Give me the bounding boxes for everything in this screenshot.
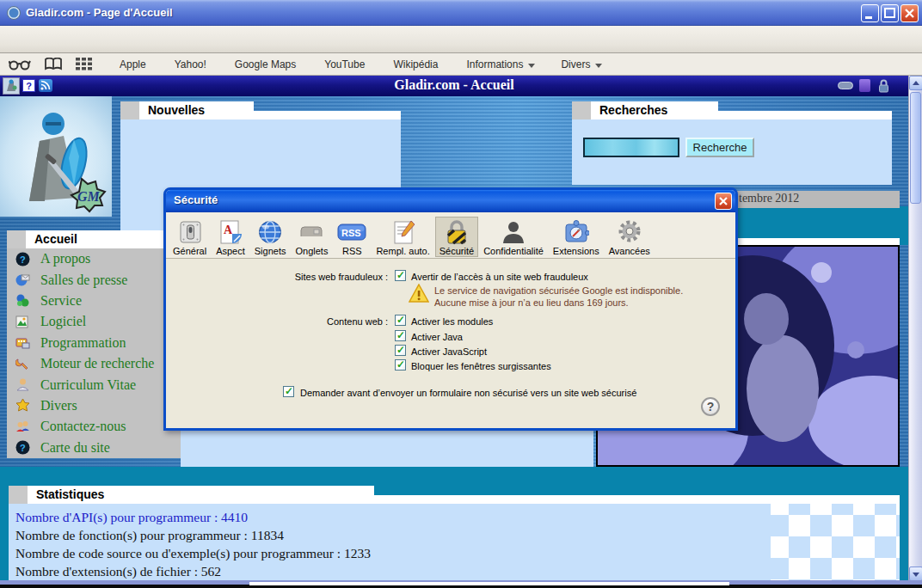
block-popups-label: Bloquer les fenêtres surgissantes bbox=[411, 361, 551, 371]
sidebar-item-divers[interactable]: Divers bbox=[7, 395, 181, 416]
sidebar-item-curriculum-vitae[interactable]: Curriculum Vitae bbox=[7, 374, 181, 395]
recherche-button[interactable]: Recherche bbox=[685, 138, 754, 157]
dialog-titlebar[interactable]: Sécurité bbox=[166, 190, 735, 212]
bookmark-wikipedia[interactable]: Wikipédia bbox=[393, 58, 438, 70]
sidebar-item-moteur-de-recherche[interactable]: Moteur de recherche bbox=[7, 353, 181, 374]
sidebar-header-accueil[interactable]: Accueil bbox=[26, 230, 181, 248]
section-square-icon bbox=[572, 101, 591, 119]
security-dialog: Sécurité Général A Aspect Signets Onglet… bbox=[163, 187, 738, 431]
tab-rss[interactable]: RSS RSS bbox=[333, 217, 371, 257]
bottom-highlight bbox=[249, 582, 729, 585]
globe-icon bbox=[257, 219, 283, 245]
enable-java-label: Activer Java bbox=[411, 332, 463, 342]
stat-extensions: Nombre d'extension(s) de fichier : 562 bbox=[15, 564, 221, 579]
question-circle-icon: ? bbox=[15, 252, 30, 266]
tab-signets[interactable]: Signets bbox=[250, 217, 291, 257]
puzzle-icon bbox=[563, 219, 589, 245]
checkbox-enable-javascript[interactable] bbox=[395, 345, 406, 356]
sidebar-item-a-propos[interactable]: ? A propos bbox=[7, 248, 181, 269]
sidebar-item-carte-du-site[interactable]: ? Carte du site bbox=[7, 438, 181, 458]
gear-icon bbox=[617, 219, 642, 245]
software-image-icon bbox=[15, 315, 30, 329]
section-recherches-title: Recherches bbox=[591, 101, 718, 119]
capsule-icon[interactable] bbox=[838, 82, 853, 89]
sidebar-item-programmation[interactable]: Programmation bbox=[7, 333, 181, 353]
badge-icon bbox=[15, 398, 30, 413]
section-square-icon bbox=[120, 101, 139, 119]
statistics-panel: Nombre d'API(s) pour programmeur : 4410 … bbox=[9, 504, 900, 580]
bookmark-yahoo[interactable]: Yahoo! bbox=[175, 58, 206, 70]
scroll-down-button[interactable] bbox=[909, 567, 922, 581]
tab-extensions[interactable]: Extensions bbox=[549, 217, 604, 257]
autofill-icon bbox=[390, 219, 416, 245]
svg-text:?: ? bbox=[20, 443, 26, 453]
warning-line-1: Le service de navigation sécurisée Googl… bbox=[434, 285, 683, 296]
checkbox-block-popups[interactable] bbox=[395, 359, 406, 371]
bookmarks-book-icon[interactable] bbox=[45, 58, 62, 70]
grid-icon[interactable] bbox=[76, 58, 94, 70]
tab-confidentialite[interactable]: Confidentialité bbox=[479, 217, 548, 257]
enable-plugins-label: Activer les modules bbox=[411, 316, 493, 327]
safari-compass-icon bbox=[7, 6, 21, 20]
svg-text:?: ? bbox=[20, 254, 26, 265]
warning-line-2: Aucune mise à jour n’a eu lieu dans 169 … bbox=[434, 297, 629, 308]
tab-securite-selected[interactable]: Sécurité bbox=[435, 217, 478, 257]
bookmark-informations-menu[interactable]: Informations bbox=[466, 58, 535, 70]
fraud-sites-label: Sites web frauduleux : bbox=[166, 272, 388, 282]
section-square-icon bbox=[9, 486, 28, 504]
stat-api-link[interactable]: Nombre d'API(s) pour programmeur : 4410 bbox=[15, 510, 248, 525]
bookmark-youtube[interactable]: YouTube bbox=[324, 58, 365, 70]
bookmark-google-maps[interactable]: Google Maps bbox=[235, 58, 296, 70]
dialog-help-button[interactable]: ? bbox=[701, 397, 720, 416]
bookmarks-bar: Apple Yahoo! Google Maps YouTube Wikipéd… bbox=[0, 53, 922, 76]
checkbox-form-warning[interactable] bbox=[283, 386, 294, 397]
preferences-toolbar: Général A Aspect Signets Onglets RSS RSS… bbox=[166, 212, 735, 259]
scroll-up-arrow-icon bbox=[913, 81, 919, 85]
sidebar-item-salles-de-presse[interactable]: Salles de presse bbox=[7, 269, 181, 290]
maximize-button[interactable] bbox=[881, 4, 899, 22]
tab-aspect[interactable]: A Aspect bbox=[212, 217, 249, 257]
fraud-option-label: Avertir de l’accès à un site web fraudul… bbox=[411, 272, 588, 282]
dropdown-arrow-icon bbox=[528, 64, 535, 68]
bookmark-divers-menu[interactable]: Divers bbox=[561, 58, 602, 70]
minimize-button[interactable] bbox=[861, 4, 879, 22]
service-balls-icon bbox=[15, 293, 30, 308]
scroll-down-arrow-icon bbox=[913, 573, 919, 577]
question-circle-icon: ? bbox=[15, 440, 30, 455]
tab-shape-icon bbox=[298, 219, 324, 245]
window-titlebar[interactable]: Gladir.com - Page d'Accueil bbox=[0, 0, 922, 26]
section-strip bbox=[254, 111, 401, 119]
warning-icon bbox=[409, 284, 429, 303]
sidebar-item-service[interactable]: Service bbox=[7, 291, 181, 311]
calendar-month-label: tembre 2012 bbox=[739, 192, 799, 205]
form-warning-label: Demander avant d’envoyer un formulaire n… bbox=[300, 388, 636, 398]
dropdown-arrow-icon bbox=[595, 64, 602, 68]
sidebar-item-contactez-nous[interactable]: Contactez-nous bbox=[7, 416, 181, 437]
stat-functions: Nombre de fonction(s) pour programmeur :… bbox=[15, 528, 284, 543]
mailbox-icon[interactable] bbox=[859, 79, 870, 92]
stat-sources: Nombre de code source ou d'exemple(s) po… bbox=[15, 546, 371, 561]
keyboard-icon bbox=[15, 335, 30, 350]
sidebar-item-logiciel[interactable]: Logiciel bbox=[7, 311, 181, 332]
scroll-up-button[interactable] bbox=[909, 76, 922, 90]
vertical-scrollbar[interactable] bbox=[908, 76, 922, 581]
close-button[interactable] bbox=[900, 4, 919, 22]
checkbox-enable-java[interactable] bbox=[395, 330, 406, 341]
bookmark-apple[interactable]: Apple bbox=[120, 58, 146, 70]
dialog-close-button[interactable] bbox=[715, 193, 732, 210]
svg-text:GM: GM bbox=[77, 189, 101, 204]
tab-rempl-auto[interactable]: Rempl. auto. bbox=[372, 217, 433, 257]
enable-javascript-label: Activer JavaScript bbox=[411, 346, 487, 357]
switch-icon bbox=[177, 219, 203, 245]
checkbox-enable-plugins[interactable] bbox=[395, 315, 406, 326]
reading-glasses-icon[interactable] bbox=[9, 58, 31, 70]
svg-text:RSS: RSS bbox=[341, 228, 361, 238]
tab-avancees[interactable]: Avancées bbox=[605, 217, 655, 257]
tab-onglets[interactable]: Onglets bbox=[291, 217, 332, 257]
checkbox-fraud-warning[interactable] bbox=[395, 270, 406, 281]
lock-icon[interactable] bbox=[878, 78, 889, 93]
scrollbar-thumb[interactable] bbox=[910, 92, 921, 204]
tab-general[interactable]: Général bbox=[169, 217, 211, 257]
site-search-input[interactable] bbox=[583, 138, 679, 157]
person-silhouette-icon bbox=[501, 219, 526, 245]
